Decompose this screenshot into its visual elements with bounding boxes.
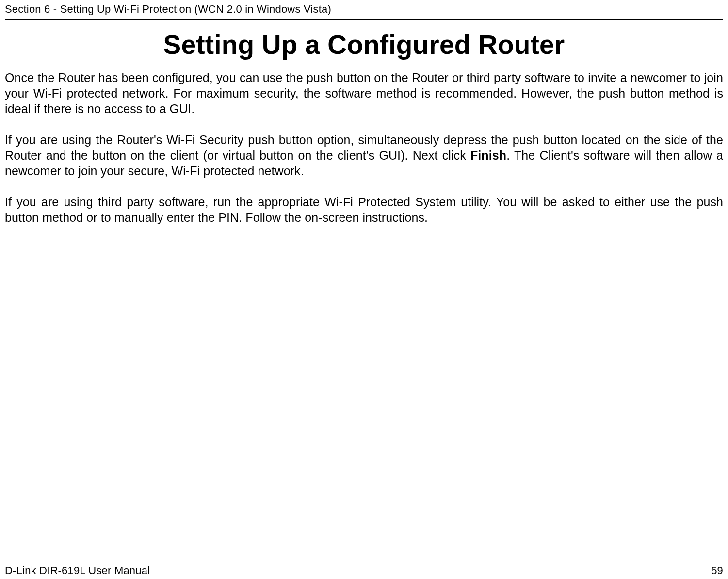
page-title: Setting Up a Configured Router (5, 29, 723, 60)
paragraph-2: If you are using the Router's Wi-Fi Secu… (5, 132, 723, 179)
section-header: Section 6 - Setting Up Wi-Fi Protection … (5, 0, 723, 19)
paragraph-gap (5, 179, 723, 194)
footer-row: D-Link DIR-619L User Manual 59 (5, 562, 723, 579)
document-page: Section 6 - Setting Up Wi-Fi Protection … (0, 0, 728, 579)
paragraph-gap (5, 116, 723, 132)
page-footer: D-Link DIR-619L User Manual 59 (5, 562, 723, 579)
header-divider (5, 19, 723, 20)
paragraph-3: If you are using third party software, r… (5, 194, 723, 225)
manual-label: D-Link DIR-619L User Manual (5, 564, 150, 577)
page-number: 59 (711, 564, 723, 577)
paragraph-2-bold: Finish (470, 149, 506, 162)
paragraph-1: Once the Router has been configured, you… (5, 70, 723, 116)
